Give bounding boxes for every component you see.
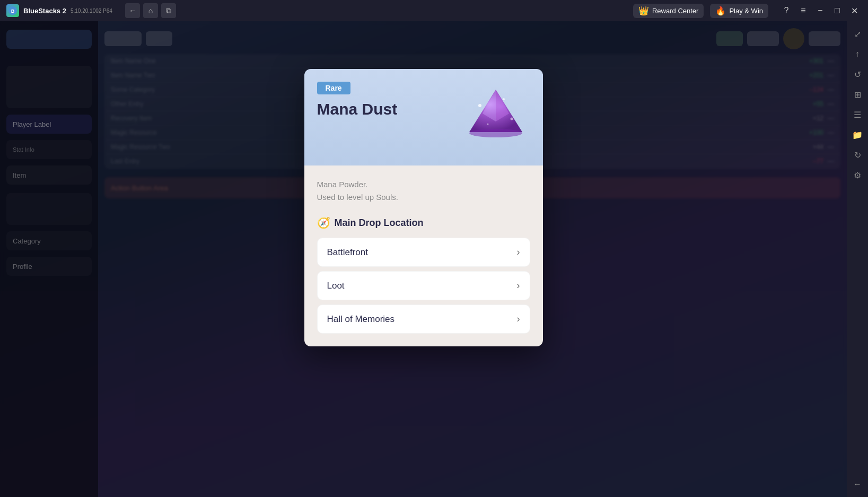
play-win-label: Play & Win — [729, 7, 763, 15]
crown-icon: 👑 — [638, 6, 649, 16]
chevron-right-icon: › — [517, 247, 520, 258]
sidebar-tool-3[interactable]: ⊞ — [849, 86, 866, 103]
sidebar-tool-1[interactable]: ↑ — [849, 46, 866, 63]
sidebar-tool-8[interactable]: ← — [849, 476, 866, 493]
title-bar-left: B BlueStacks 2 5.10.20.1002 P64 ← ⌂ ⧉ — [0, 3, 633, 18]
location-hall-of-memories[interactable]: Hall of Memories › — [317, 304, 530, 334]
title-bar-right: 👑 Reward Center 🔥 Play & Win ? ≡ − □ ✕ — [633, 3, 868, 18]
app-version: 5.10.20.1002 P64 — [71, 8, 112, 14]
play-win-button[interactable]: 🔥 Play & Win — [710, 4, 768, 18]
game-area: Player Label Stat Info Item Category Pro… — [0, 21, 847, 497]
location-battlefront[interactable]: Battlefront › — [317, 238, 530, 267]
item-modal: Rare Mana Dust — [304, 69, 543, 346]
svg-point-7 — [503, 98, 505, 100]
item-image — [461, 82, 530, 151]
window-controls: ? ≡ − □ ✕ — [779, 3, 862, 18]
title-bar: B BlueStacks 2 5.10.20.1002 P64 ← ⌂ ⧉ 👑 … — [0, 0, 868, 21]
sidebar-tool-6[interactable]: ↻ — [849, 146, 866, 163]
play-win-icon: 🔥 — [715, 6, 726, 16]
modal-body: Mana Powder. Used to level up Souls. 🧭 M… — [304, 165, 543, 346]
location-hall-label: Hall of Memories — [327, 314, 395, 325]
reward-center-label: Reward Center — [652, 7, 698, 15]
modal-header: Rare Mana Dust — [304, 69, 543, 165]
item-name: Mana Dust — [317, 100, 461, 119]
app-logo: B — [6, 4, 19, 17]
item-description: Mana Powder. Used to level up Souls. — [317, 178, 530, 204]
help-button[interactable]: ? — [779, 3, 794, 18]
sidebar-tool-7[interactable]: ⚙ — [849, 167, 866, 184]
compass-icon: 🧭 — [317, 216, 330, 229]
sidebar-tool-4[interactable]: ☰ — [849, 106, 866, 123]
location-loot[interactable]: Loot › — [317, 271, 530, 300]
title-bar-nav: ← ⌂ ⧉ — [125, 3, 176, 18]
chevron-right-icon: › — [517, 280, 520, 291]
home-button[interactable]: ⌂ — [143, 3, 158, 18]
chevron-right-icon: › — [517, 313, 520, 325]
location-battlefront-label: Battlefront — [327, 247, 369, 258]
right-sidebar: ⤢ ↑ ↺ ⊞ ☰ 📁 ↻ ⚙ ← — [847, 21, 868, 497]
sidebar-expand-icon[interactable]: ⤢ — [849, 25, 866, 42]
multi-button[interactable]: ⧉ — [161, 3, 176, 18]
close-button[interactable]: ✕ — [847, 3, 862, 18]
location-loot-label: Loot — [327, 281, 345, 291]
rarity-badge: Rare — [317, 82, 350, 94]
svg-marker-10 — [469, 90, 522, 132]
reward-center-button[interactable]: 👑 Reward Center — [633, 4, 704, 18]
app-name: BlueStacks 2 — [23, 7, 66, 15]
sidebar-tool-5[interactable]: 📁 — [849, 126, 866, 143]
maximize-button[interactable]: □ — [830, 3, 845, 18]
modal-backdrop[interactable]: Rare Mana Dust — [0, 21, 847, 497]
back-button[interactable]: ← — [125, 3, 140, 18]
svg-point-6 — [478, 104, 481, 107]
menu-button[interactable]: ≡ — [796, 3, 811, 18]
section-title: 🧭 Main Drop Location — [317, 216, 530, 229]
minimize-button[interactable]: − — [813, 3, 828, 18]
svg-text:B: B — [11, 8, 15, 14]
sidebar-tool-2[interactable]: ↺ — [849, 66, 866, 83]
location-list: Battlefront › Loot › Hall of Memories › — [317, 238, 530, 334]
modal-header-text: Rare Mana Dust — [317, 82, 461, 119]
